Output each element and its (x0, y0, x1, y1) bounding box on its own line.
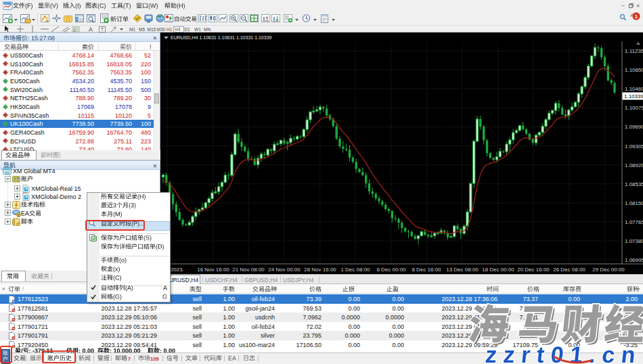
svg-text:1.10460: 1.10460 (625, 86, 643, 92)
svg-text:1 Dec 08:00: 1 Dec 08:00 (340, 267, 370, 273)
svg-text:16 Nov 16:00: 16 Nov 16:00 (197, 267, 229, 273)
svg-text:1.08920: 1.08920 (625, 162, 643, 168)
svg-text:1.10850: 1.10850 (625, 67, 643, 73)
svg-text:1.07380: 1.07380 (625, 238, 643, 244)
svg-text:24 Nov 00:00: 24 Nov 00:00 (268, 267, 301, 273)
svg-text:EURUSD,H4 1.10631 1.10631 1.1: EURUSD,H4 1.10631 1.10631 1.10331 1.1033… (171, 35, 272, 40)
svg-text:6 Dec 00:00: 6 Dec 00:00 (376, 267, 406, 273)
svg-text:18 Dec 00:00: 18 Dec 00:00 (482, 267, 514, 273)
svg-text:29 Dec 00:00: 29 Dec 00:00 (592, 267, 625, 273)
svg-text:1.10075: 1.10075 (625, 105, 643, 111)
svg-text:1.08150: 1.08150 (625, 200, 643, 206)
svg-text:T: T (101, 26, 104, 32)
svg-text:8 Dec 16:00: 8 Dec 16:00 (412, 267, 441, 273)
svg-text:1.09690: 1.09690 (625, 124, 643, 130)
svg-text:1.09305: 1.09305 (625, 143, 643, 150)
svg-text:20 Dec 16:00: 20 Dec 16:00 (517, 267, 550, 273)
svg-text:13 Dec 08:00: 13 Dec 08:00 (446, 267, 479, 273)
svg-text:26 Dec 08:00: 26 Dec 08:00 (553, 267, 585, 273)
svg-text:1.07765: 1.07765 (625, 219, 643, 225)
svg-text:1: 1 (635, 14, 638, 20)
svg-text:f: f (74, 28, 76, 32)
svg-text:1.06995: 1.06995 (625, 257, 643, 263)
svg-text:28 Nov 16:00: 28 Nov 16:00 (304, 267, 336, 273)
svg-text:21 Nov 08:00: 21 Nov 08:00 (232, 267, 265, 273)
svg-text:1.11235: 1.11235 (625, 48, 643, 54)
svg-text:1.10339: 1.10339 (624, 93, 643, 99)
svg-text:1.08535: 1.08535 (625, 181, 643, 187)
